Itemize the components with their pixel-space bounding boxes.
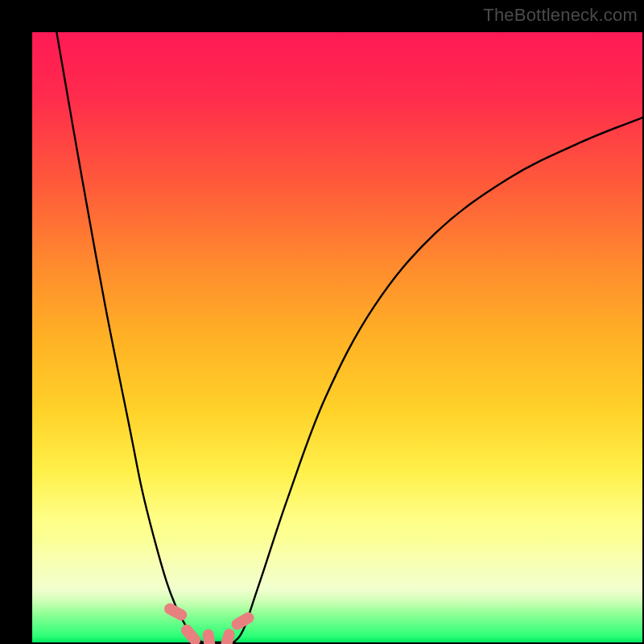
curve-layer [32, 32, 642, 642]
curve-left-branch [56, 32, 203, 642]
valley-marker-4 [229, 610, 256, 632]
watermark-text: TheBottleneck.com [483, 5, 638, 26]
valley-marker-2 [202, 629, 217, 644]
chart-frame: TheBottleneck.com [0, 0, 644, 644]
curve-right-branch [233, 118, 642, 642]
valley-marker-1 [179, 622, 203, 644]
